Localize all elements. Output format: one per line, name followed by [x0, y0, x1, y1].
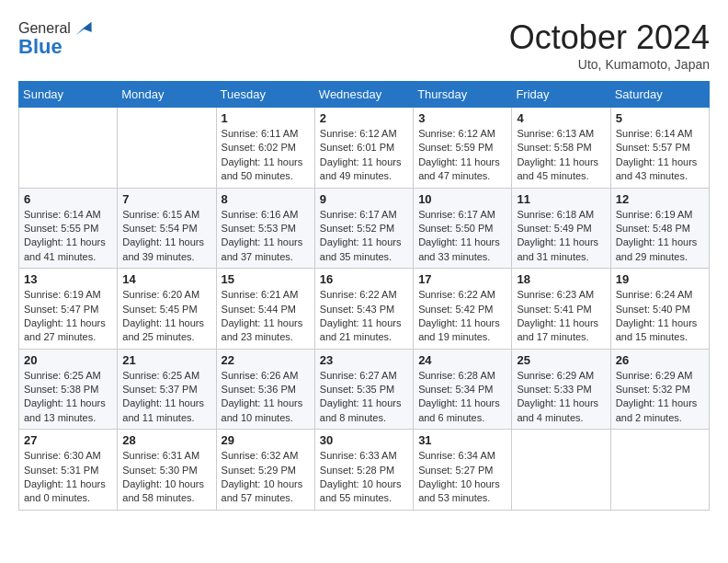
- day-cell: 1Sunrise: 6:11 AMSunset: 6:02 PMDaylight…: [216, 108, 314, 189]
- day-cell: 18Sunrise: 6:23 AMSunset: 5:41 PMDayligh…: [512, 269, 610, 350]
- day-number: 30: [320, 433, 408, 447]
- day-cell: 9Sunrise: 6:17 AMSunset: 5:52 PMDaylight…: [314, 188, 413, 269]
- day-number: 17: [418, 272, 506, 286]
- day-cell: 27Sunrise: 6:30 AMSunset: 5:31 PMDayligh…: [19, 430, 118, 511]
- day-info: Sunrise: 6:16 AMSunset: 5:53 PMDaylight:…: [222, 208, 310, 265]
- day-cell: 29Sunrise: 6:32 AMSunset: 5:29 PMDayligh…: [216, 430, 314, 511]
- day-number: 1: [222, 111, 310, 125]
- logo-icon: [73, 18, 93, 39]
- day-info: Sunrise: 6:18 AMSunset: 5:49 PMDaylight:…: [517, 208, 605, 265]
- calendar-body: 1Sunrise: 6:11 AMSunset: 6:02 PMDaylight…: [19, 108, 710, 511]
- day-number: 10: [418, 192, 506, 206]
- day-number: 22: [222, 353, 310, 367]
- day-info: Sunrise: 6:14 AMSunset: 5:57 PMDaylight:…: [616, 127, 704, 184]
- day-cell: [512, 430, 610, 511]
- day-info: Sunrise: 6:30 AMSunset: 5:31 PMDaylight:…: [24, 449, 112, 506]
- day-info: Sunrise: 6:26 AMSunset: 5:36 PMDaylight:…: [222, 369, 310, 426]
- day-cell: 25Sunrise: 6:29 AMSunset: 5:33 PMDayligh…: [512, 349, 610, 430]
- day-info: Sunrise: 6:12 AMSunset: 6:01 PMDaylight:…: [320, 127, 408, 184]
- weekday-sunday: Sunday: [19, 82, 118, 108]
- weekday-header-row: SundayMondayTuesdayWednesdayThursdayFrid…: [19, 82, 710, 108]
- location: Uto, Kumamoto, Japan: [509, 57, 710, 72]
- day-cell: 4Sunrise: 6:13 AMSunset: 5:58 PMDaylight…: [512, 108, 610, 189]
- day-cell: 12Sunrise: 6:19 AMSunset: 5:48 PMDayligh…: [610, 188, 709, 269]
- day-info: Sunrise: 6:17 AMSunset: 5:50 PMDaylight:…: [418, 208, 506, 265]
- day-cell: 28Sunrise: 6:31 AMSunset: 5:30 PMDayligh…: [118, 430, 216, 511]
- day-number: 24: [418, 353, 506, 367]
- day-info: Sunrise: 6:32 AMSunset: 5:29 PMDaylight:…: [222, 449, 310, 506]
- day-cell: [19, 108, 118, 189]
- day-number: 16: [320, 272, 408, 286]
- weekday-friday: Friday: [512, 82, 610, 108]
- calendar-table: SundayMondayTuesdayWednesdayThursdayFrid…: [18, 81, 710, 511]
- day-info: Sunrise: 6:17 AMSunset: 5:52 PMDaylight:…: [320, 208, 408, 265]
- day-cell: 31Sunrise: 6:34 AMSunset: 5:27 PMDayligh…: [414, 430, 512, 511]
- week-row-1: 1Sunrise: 6:11 AMSunset: 6:02 PMDaylight…: [19, 108, 710, 189]
- day-number: 3: [418, 111, 506, 125]
- day-info: Sunrise: 6:28 AMSunset: 5:34 PMDaylight:…: [418, 369, 506, 426]
- day-info: Sunrise: 6:24 AMSunset: 5:40 PMDaylight:…: [616, 288, 704, 345]
- month-title: October 2024: [509, 18, 710, 57]
- day-cell: 8Sunrise: 6:16 AMSunset: 5:53 PMDaylight…: [216, 188, 314, 269]
- day-cell: 17Sunrise: 6:22 AMSunset: 5:42 PMDayligh…: [414, 269, 512, 350]
- weekday-saturday: Saturday: [610, 82, 709, 108]
- day-info: Sunrise: 6:15 AMSunset: 5:54 PMDaylight:…: [122, 208, 210, 265]
- day-cell: 16Sunrise: 6:22 AMSunset: 5:43 PMDayligh…: [314, 269, 413, 350]
- week-row-3: 13Sunrise: 6:19 AMSunset: 5:47 PMDayligh…: [19, 269, 710, 350]
- logo: General Blue: [18, 18, 93, 59]
- day-number: 18: [517, 272, 605, 286]
- day-number: 28: [122, 433, 210, 447]
- day-number: 6: [24, 192, 112, 206]
- day-cell: 19Sunrise: 6:24 AMSunset: 5:40 PMDayligh…: [610, 269, 709, 350]
- day-info: Sunrise: 6:33 AMSunset: 5:28 PMDaylight:…: [320, 449, 408, 506]
- day-number: 12: [616, 192, 704, 206]
- day-cell: 7Sunrise: 6:15 AMSunset: 5:54 PMDaylight…: [118, 188, 216, 269]
- day-cell: 30Sunrise: 6:33 AMSunset: 5:28 PMDayligh…: [314, 430, 413, 511]
- day-number: 9: [320, 192, 408, 206]
- day-info: Sunrise: 6:31 AMSunset: 5:30 PMDaylight:…: [122, 449, 210, 506]
- day-info: Sunrise: 6:27 AMSunset: 5:35 PMDaylight:…: [320, 369, 408, 426]
- day-cell: 20Sunrise: 6:25 AMSunset: 5:38 PMDayligh…: [19, 349, 118, 430]
- day-cell: 5Sunrise: 6:14 AMSunset: 5:57 PMDaylight…: [610, 108, 709, 189]
- page-header: General Blue October 2024 Uto, Kumamoto,…: [18, 18, 710, 72]
- day-cell: 10Sunrise: 6:17 AMSunset: 5:50 PMDayligh…: [414, 188, 512, 269]
- day-number: 21: [122, 353, 210, 367]
- weekday-monday: Monday: [118, 82, 216, 108]
- day-info: Sunrise: 6:29 AMSunset: 5:33 PMDaylight:…: [517, 369, 605, 426]
- day-info: Sunrise: 6:19 AMSunset: 5:47 PMDaylight:…: [24, 288, 112, 345]
- day-info: Sunrise: 6:19 AMSunset: 5:48 PMDaylight:…: [616, 208, 704, 265]
- day-number: 20: [24, 353, 112, 367]
- day-number: 4: [517, 111, 605, 125]
- svg-marker-1: [83, 22, 92, 32]
- day-cell: 26Sunrise: 6:29 AMSunset: 5:32 PMDayligh…: [610, 349, 709, 430]
- day-info: Sunrise: 6:13 AMSunset: 5:58 PMDaylight:…: [517, 127, 605, 184]
- day-number: 27: [24, 433, 112, 447]
- day-cell: [610, 430, 709, 511]
- weekday-tuesday: Tuesday: [216, 82, 314, 108]
- weekday-wednesday: Wednesday: [314, 82, 413, 108]
- day-info: Sunrise: 6:21 AMSunset: 5:44 PMDaylight:…: [222, 288, 310, 345]
- day-number: 14: [122, 272, 210, 286]
- day-info: Sunrise: 6:25 AMSunset: 5:37 PMDaylight:…: [122, 369, 210, 426]
- day-number: 25: [517, 353, 605, 367]
- day-number: 19: [616, 272, 704, 286]
- day-info: Sunrise: 6:23 AMSunset: 5:41 PMDaylight:…: [517, 288, 605, 345]
- day-info: Sunrise: 6:34 AMSunset: 5:27 PMDaylight:…: [418, 449, 506, 506]
- day-number: 31: [418, 433, 506, 447]
- day-number: 26: [616, 353, 704, 367]
- day-number: 29: [222, 433, 310, 447]
- day-number: 15: [222, 272, 310, 286]
- day-info: Sunrise: 6:29 AMSunset: 5:32 PMDaylight:…: [616, 369, 704, 426]
- day-cell: 23Sunrise: 6:27 AMSunset: 5:35 PMDayligh…: [314, 349, 413, 430]
- day-number: 7: [122, 192, 210, 206]
- day-number: 13: [24, 272, 112, 286]
- day-info: Sunrise: 6:25 AMSunset: 5:38 PMDaylight:…: [24, 369, 112, 426]
- day-number: 23: [320, 353, 408, 367]
- day-cell: 13Sunrise: 6:19 AMSunset: 5:47 PMDayligh…: [19, 269, 118, 350]
- day-info: Sunrise: 6:22 AMSunset: 5:42 PMDaylight:…: [418, 288, 506, 345]
- day-info: Sunrise: 6:11 AMSunset: 6:02 PMDaylight:…: [222, 127, 310, 184]
- day-cell: 2Sunrise: 6:12 AMSunset: 6:01 PMDaylight…: [314, 108, 413, 189]
- day-info: Sunrise: 6:14 AMSunset: 5:55 PMDaylight:…: [24, 208, 112, 265]
- day-number: 8: [222, 192, 310, 206]
- day-cell: 22Sunrise: 6:26 AMSunset: 5:36 PMDayligh…: [216, 349, 314, 430]
